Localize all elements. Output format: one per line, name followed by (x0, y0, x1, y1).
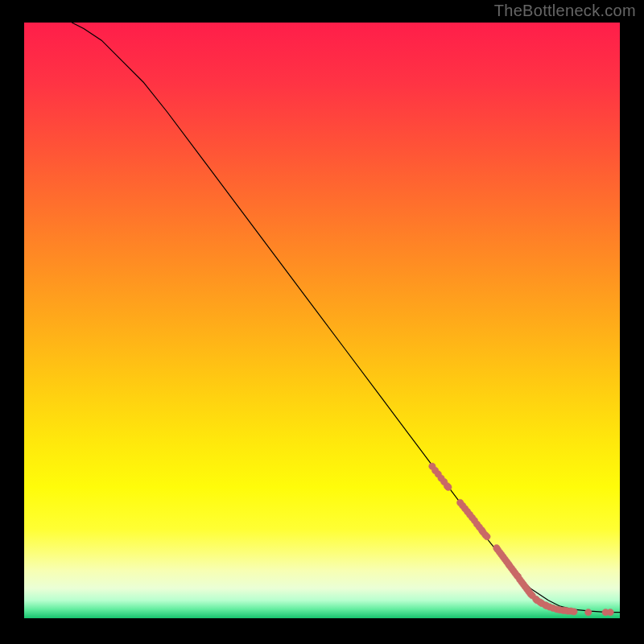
data-dot (585, 609, 592, 615)
data-dot (571, 609, 577, 615)
plot-area (24, 23, 620, 618)
plot-svg (24, 23, 620, 618)
data-dot (445, 484, 452, 490)
data-dot (607, 609, 613, 615)
gradient-background (24, 23, 620, 618)
data-dot (484, 533, 490, 539)
chart-stage: TheBottleneck.com (0, 0, 644, 644)
watermark-text: TheBottleneck.com (494, 2, 636, 20)
